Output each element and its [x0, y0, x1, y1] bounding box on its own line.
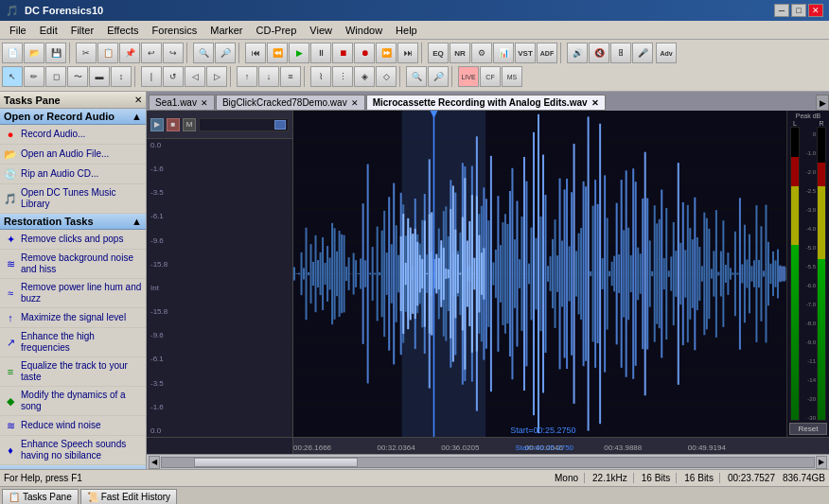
volume-btn[interactable]: 🔊 — [567, 43, 588, 63]
tab-close-icon[interactable]: ✕ — [201, 98, 208, 108]
rewind-btn[interactable]: ⏪ — [267, 43, 288, 63]
nr-btn[interactable]: NR — [450, 43, 470, 63]
section-header-restoration[interactable]: Restoration Tasks ▲ — [0, 214, 146, 230]
spectrum-btn[interactable]: 📊 — [493, 43, 514, 63]
task-wind[interactable]: ≋ Reduce wind noise — [0, 416, 146, 436]
task-remove-clicks[interactable]: ✦ Remove clicks and pops — [0, 230, 146, 250]
task-open-file[interactable]: 📂 Open an Audio File... — [0, 145, 146, 165]
menu-item-filter[interactable]: Filter — [65, 23, 99, 38]
task-speech[interactable]: ♦ Enhance Speech sounds having no sibila… — [0, 436, 146, 465]
new-btn[interactable]: 📄 — [2, 43, 23, 63]
find-btn[interactable]: 🔍 — [406, 66, 427, 87]
select-btn[interactable]: ↖ — [2, 66, 23, 87]
track-play-btn[interactable]: ▶ — [150, 118, 164, 131]
level-up-btn[interactable]: ↑ — [237, 66, 257, 87]
pencil-btn[interactable]: ✏ — [24, 66, 44, 87]
menu-item-file[interactable]: File — [4, 23, 32, 38]
h-scrollbar[interactable]: ◀ ▶ — [147, 454, 829, 469]
cut-btn[interactable]: ✂ — [76, 43, 97, 63]
settings-btn[interactable]: ⚙ — [471, 43, 492, 63]
scroll-right-btn[interactable]: ▶ — [816, 456, 827, 469]
waveform-view-btn[interactable]: ⌇ — [310, 66, 331, 87]
adf-btn[interactable]: ADF — [537, 43, 557, 63]
track-mute-btn[interactable]: M — [183, 118, 196, 131]
track-stop-btn[interactable]: ■ — [167, 118, 180, 131]
task-remove-noise[interactable]: ≋ Remove background noise and hiss — [0, 250, 146, 279]
menu-item-window[interactable]: Window — [340, 23, 388, 38]
scroll-left-btn[interactable]: ◀ — [149, 456, 160, 469]
zoom-in-btn[interactable]: 🔍 — [193, 43, 214, 63]
task-enhance-high[interactable]: ↗ Enhance the high frequencies — [0, 328, 146, 357]
fast-edit-history-btn[interactable]: 📜 Fast Edit History — [80, 489, 177, 505]
task-open-library[interactable]: 🎵 Open DC Tunes Music Library — [0, 184, 146, 214]
save-btn[interactable]: 💾 — [45, 43, 66, 63]
menu-item-cd-prep[interactable]: CD-Prep — [251, 23, 303, 38]
waveform-canvas-area[interactable]: Start=00:25.2750 — [293, 111, 786, 437]
close-button[interactable]: ✕ — [808, 4, 823, 17]
tab-scroll-right[interactable]: ▶ — [816, 95, 829, 111]
task-record-audio[interactable]: ● Record Audio... — [0, 125, 146, 145]
maximize-button[interactable]: □ — [791, 4, 806, 17]
level-down-btn[interactable]: ↓ — [258, 66, 279, 87]
scrollbar-thumb[interactable] — [194, 458, 357, 467]
tab-sea1[interactable]: Sea1.wav ✕ — [149, 95, 215, 111]
scrollbar-track[interactable] — [161, 457, 815, 468]
replace-btn[interactable]: 🔎 — [428, 66, 449, 87]
cf-btn[interactable]: CF — [480, 66, 501, 87]
copy-btn[interactable]: 📋 — [97, 43, 118, 63]
ms-btn[interactable]: MS — [502, 66, 522, 87]
task-remove-hum[interactable]: ≈ Remove power line hum and buzz — [0, 279, 146, 308]
task-equalize[interactable]: ≡ Equalize the track to your taste — [0, 357, 146, 387]
tab-close-icon3[interactable]: ✕ — [591, 98, 599, 108]
minimize-button[interactable]: ─ — [774, 4, 789, 17]
stop-btn[interactable]: ⏹ — [332, 43, 353, 63]
open-btn[interactable]: 📂 — [24, 43, 44, 63]
draw-btn[interactable]: 〜 — [67, 66, 88, 87]
mute-btn[interactable]: 🔇 — [589, 43, 609, 63]
tasks-pane-close-icon[interactable]: ✕ — [134, 95, 142, 105]
tab-close-icon2[interactable]: ✕ — [351, 98, 359, 108]
3d-view-btn[interactable]: ◈ — [354, 66, 375, 87]
undo-btn[interactable]: ↩ — [141, 43, 162, 63]
erase-btn[interactable]: ◻ — [45, 66, 66, 87]
eq-btn[interactable]: EQ — [428, 43, 449, 63]
task-dynamics[interactable]: ◆ Modify the dynamics of a song — [0, 387, 146, 416]
mic-btn[interactable]: 🎤 — [632, 43, 653, 63]
section-header-forensics[interactable]: Forensics Tasks ▲ — [0, 465, 146, 469]
menu-item-forensics[interactable]: Forensics — [147, 23, 203, 38]
tab-bigclick[interactable]: BigClickCracked78Demo.wav ✕ — [216, 95, 365, 111]
pause-btn[interactable]: ⏸ — [310, 43, 331, 63]
live-btn[interactable]: LIVE — [458, 66, 479, 87]
fade-out-btn[interactable]: ▷ — [206, 66, 227, 87]
loop-btn[interactable]: ↺ — [163, 66, 184, 87]
fade-in-btn[interactable]: ◁ — [185, 66, 205, 87]
pitch-btn[interactable]: 🎚 — [610, 43, 631, 63]
pitch-view-btn[interactable]: ◇ — [376, 66, 397, 87]
redo-btn[interactable]: ↪ — [163, 43, 184, 63]
zoom-out-btn[interactable]: 🔎 — [215, 43, 236, 63]
task-rip-cd[interactable]: 💿 Rip an Audio CD... — [0, 165, 146, 184]
marker-btn[interactable]: | — [141, 66, 162, 87]
section-collapse-icon3[interactable]: ▲ — [132, 467, 142, 469]
paste-btn[interactable]: 📌 — [119, 43, 140, 63]
spectrum-view-btn[interactable]: ⋮ — [332, 66, 353, 87]
menu-item-effects[interactable]: Effects — [101, 23, 144, 38]
tasks-pane-taskbar-btn[interactable]: 📋 Tasks Pane — [2, 489, 79, 505]
play-btn[interactable]: ▶ — [289, 43, 309, 63]
skip-start-btn[interactable]: ⏮ — [245, 43, 266, 63]
vst-btn[interactable]: VST — [515, 43, 536, 63]
section-collapse-icon2[interactable]: ▲ — [132, 216, 142, 227]
adv-btn[interactable]: Adv — [656, 43, 677, 63]
track-scroll-btn[interactable] — [199, 118, 289, 131]
fast-fwd-btn[interactable]: ⏩ — [376, 43, 397, 63]
section-collapse-icon[interactable]: ▲ — [132, 111, 142, 122]
record-btn[interactable]: ⏺ — [354, 43, 375, 63]
section-header-open-record[interactable]: Open or Record Audio ▲ — [0, 109, 146, 125]
menu-item-marker[interactable]: Marker — [204, 23, 248, 38]
scrub-btn[interactable]: ↕ — [111, 66, 132, 87]
waveform-canvas-element[interactable] — [293, 111, 786, 437]
skip-end-btn[interactable]: ⏭ — [397, 43, 418, 63]
tab-microcassette[interactable]: Microcassette Recording with Analog Edit… — [366, 95, 606, 111]
menu-item-help[interactable]: Help — [390, 23, 423, 38]
band-btn[interactable]: ▬ — [89, 66, 110, 87]
